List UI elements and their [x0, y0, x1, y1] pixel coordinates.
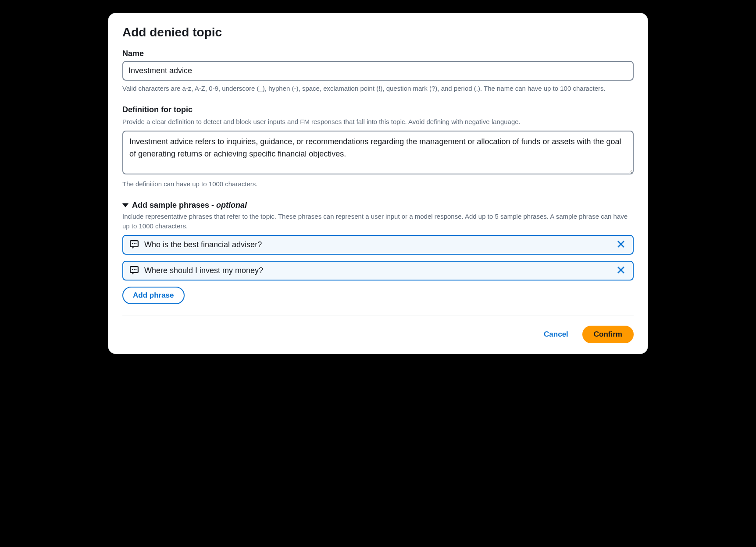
remove-phrase-button[interactable] — [615, 239, 627, 250]
sample-phrases-header-main: Add sample phrases - — [132, 201, 214, 210]
svg-point-9 — [136, 269, 136, 270]
close-icon — [617, 266, 625, 276]
sample-phrases-sublabel: Include representative phrases that refe… — [122, 212, 634, 231]
modal-title: Add denied topic — [122, 25, 634, 39]
chat-bubble-icon — [129, 240, 139, 249]
chat-bubble-icon — [129, 266, 139, 275]
definition-help: The definition can have up to 1000 chara… — [122, 179, 634, 189]
name-help: Valid characters are a-z, A-Z, 0-9, unde… — [122, 83, 634, 94]
add-phrase-button[interactable]: Add phrase — [122, 287, 185, 304]
caret-down-icon — [122, 203, 128, 207]
svg-point-3 — [136, 243, 136, 244]
definition-textarea[interactable] — [122, 131, 634, 174]
phrase-input[interactable] — [144, 238, 610, 251]
name-label: Name — [122, 49, 634, 58]
svg-point-2 — [134, 243, 135, 244]
svg-point-1 — [132, 243, 133, 244]
definition-label: Definition for topic — [122, 105, 634, 114]
phrase-input[interactable] — [144, 264, 610, 277]
definition-section: Definition for topic Provide a clear def… — [122, 105, 634, 189]
sample-phrases-header-optional: optional — [214, 201, 247, 210]
modal-footer: Cancel Confirm — [122, 316, 634, 343]
phrase-row — [122, 235, 634, 255]
phrase-row — [122, 261, 634, 281]
name-input[interactable] — [122, 61, 634, 81]
cancel-button[interactable]: Cancel — [539, 327, 573, 342]
remove-phrase-button[interactable] — [615, 265, 627, 276]
sample-phrases-section: Add sample phrases - optional Include re… — [122, 201, 634, 304]
close-icon — [617, 240, 625, 250]
add-denied-topic-modal: Add denied topic Name Valid characters a… — [108, 13, 648, 354]
phrase-list — [122, 235, 634, 281]
definition-sublabel: Provide a clear definition to detect and… — [122, 117, 634, 127]
name-section: Name Valid characters are a-z, A-Z, 0-9,… — [122, 49, 634, 94]
svg-point-8 — [134, 269, 135, 270]
svg-point-7 — [132, 269, 133, 270]
sample-phrases-expander[interactable]: Add sample phrases - optional — [122, 201, 634, 210]
confirm-button[interactable]: Confirm — [582, 326, 634, 343]
